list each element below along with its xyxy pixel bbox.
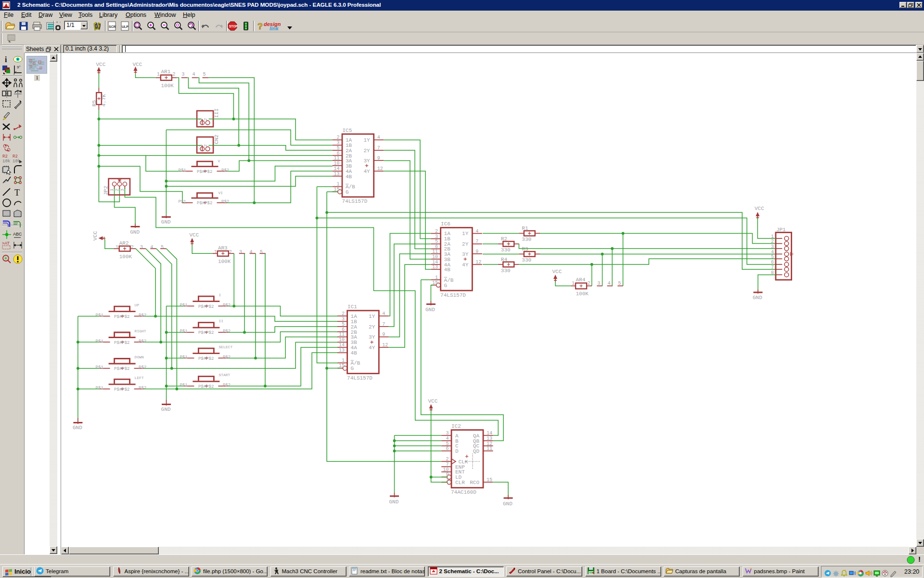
svg-text:R2: R2 — [13, 154, 18, 159]
svg-text:P$1: P$1 — [96, 339, 103, 344]
svg-text:R5: R5 — [91, 100, 97, 106]
svg-text:>AT: >AT — [2, 241, 10, 246]
svg-text:R2: R2 — [501, 236, 507, 242]
svg-text:1: 1 — [336, 182, 339, 187]
svg-text:P$2: P$2 — [139, 339, 146, 344]
svg-text:15: 15 — [487, 477, 492, 483]
svg-text:3: 3 — [435, 234, 438, 239]
svg-text:GND: GND — [161, 407, 171, 412]
svg-text:4: 4 — [250, 250, 253, 255]
svg-text:4: 4 — [382, 311, 385, 316]
svg-text:JP2: JP2 — [103, 186, 109, 196]
svg-text:T: T — [14, 188, 20, 197]
svg-text:10k: 10k — [13, 159, 20, 164]
svg-text:2: 2 — [336, 135, 339, 140]
svg-text:GND: GND — [753, 295, 762, 301]
svg-text:ULP: ULP — [122, 25, 128, 28]
svg-text:P$1: P$1 — [180, 383, 187, 388]
svg-text:3: 3 — [140, 245, 143, 250]
svg-text:5: 5 — [618, 281, 621, 286]
svg-text:GND: GND — [73, 425, 82, 431]
svg-text:III: III — [214, 108, 219, 118]
svg-text:QD: QD — [473, 448, 480, 454]
svg-text:330: 330 — [522, 236, 531, 242]
svg-text:330: 330 — [522, 257, 531, 263]
svg-text:12: 12 — [377, 166, 383, 171]
svg-text:13: 13 — [339, 348, 345, 353]
svg-text:R2: R2 — [2, 154, 8, 159]
svg-text:1: 1 — [435, 275, 438, 280]
svg-text:3Y: 3Y — [462, 251, 469, 257]
svg-text:4Y: 4Y — [363, 169, 370, 174]
svg-text:7: 7 — [446, 462, 449, 467]
svg-text:RIGHT: RIGHT — [135, 329, 146, 333]
svg-text:P$2: P$2 — [223, 329, 231, 334]
svg-text:P$2: P$2 — [139, 386, 146, 391]
svg-text:1: 1 — [342, 358, 345, 363]
svg-text:P$2: P$2 — [223, 383, 231, 388]
svg-text:10: 10 — [432, 254, 438, 260]
svg-text:2: 2 — [173, 72, 176, 77]
svg-text:4: 4 — [475, 229, 478, 234]
svg-text:2: 2 — [204, 144, 208, 146]
svg-text:AR3: AR3 — [218, 245, 228, 251]
svg-text:ABC: ABC — [13, 232, 22, 236]
svg-text:2: 2 — [115, 189, 120, 191]
svg-text:100K: 100K — [119, 254, 132, 260]
svg-text:1: 1 — [198, 118, 203, 120]
svg-text:11: 11 — [487, 446, 492, 451]
svg-text:14: 14 — [339, 342, 345, 348]
svg-text:9: 9 — [475, 249, 478, 254]
svg-text:6: 6 — [336, 151, 339, 156]
svg-text:IC5: IC5 — [343, 128, 352, 133]
svg-text:1Y: 1Y — [369, 314, 375, 319]
svg-text:GND: GND — [389, 499, 399, 505]
svg-text:3: 3 — [182, 72, 185, 77]
svg-text:?: ? — [257, 22, 263, 31]
svg-text:DOWN: DOWN — [135, 355, 144, 359]
svg-text:74AC160D: 74AC160D — [451, 489, 476, 495]
svg-text:P$2: P$2 — [139, 365, 146, 370]
svg-text:100K: 100K — [161, 83, 174, 89]
svg-text:P$2: P$2 — [139, 313, 146, 318]
svg-text:CN2: CN2 — [214, 134, 219, 144]
svg-text:P$#P$2: P$#P$2 — [114, 367, 129, 371]
svg-text:2: 2 — [204, 118, 208, 120]
svg-text:74LS157D: 74LS157D — [347, 375, 372, 381]
svg-text:VCC: VCC — [190, 232, 199, 238]
svg-text:P$1: P$1 — [96, 386, 103, 391]
svg-text:P$#P$2: P$#P$2 — [114, 315, 129, 319]
svg-text:P$1: P$1 — [179, 168, 186, 173]
svg-text:SELECT: SELECT — [218, 345, 232, 349]
svg-text:1: 1 — [572, 281, 575, 286]
svg-text:P$#P$2: P$#P$2 — [197, 201, 212, 206]
svg-text:G: G — [444, 283, 448, 289]
svg-text:14: 14 — [334, 166, 339, 171]
svg-text:GND: GND — [503, 501, 513, 507]
svg-text:11: 11 — [334, 156, 339, 161]
svg-text:UP: UP — [135, 303, 140, 307]
svg-text:P$#P$2: P$#P$2 — [114, 387, 129, 392]
svg-text:2: 2 — [588, 281, 590, 286]
svg-text:1: 1 — [157, 72, 160, 77]
svg-text:4B: 4B — [444, 267, 451, 273]
svg-text:6: 6 — [446, 446, 449, 451]
svg-text:2Y: 2Y — [462, 241, 469, 247]
svg-text:VCC: VCC — [755, 206, 764, 211]
svg-text:1: 1 — [214, 250, 217, 255]
svg-text:GND: GND — [161, 219, 171, 225]
svg-text:AR4: AR4 — [576, 277, 586, 283]
svg-text:5: 5 — [260, 250, 263, 255]
svg-text:II: II — [218, 319, 223, 323]
svg-text:4B: 4B — [351, 350, 358, 356]
svg-text:P$#P$2: P$#P$2 — [198, 384, 214, 389]
svg-text:P$1: P$1 — [180, 303, 187, 308]
svg-text:P$2: P$2 — [221, 199, 229, 204]
svg-text:JP1: JP1 — [776, 227, 786, 233]
svg-text:2Y: 2Y — [363, 148, 370, 154]
svg-text:6: 6 — [342, 327, 345, 332]
svg-text:IC6: IC6 — [441, 221, 450, 227]
svg-text:VI: VI — [218, 191, 223, 195]
svg-text:7: 7 — [382, 322, 385, 327]
svg-text:AR1: AR1 — [161, 69, 171, 75]
